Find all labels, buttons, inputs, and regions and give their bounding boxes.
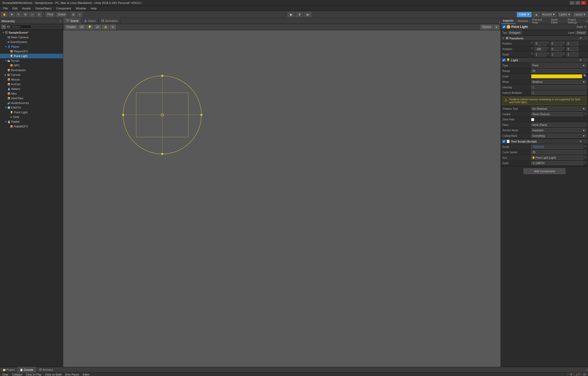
hierarchy-item-rabbit[interactable]: ▼ 🐰 Rabbit (0, 119, 63, 124)
warning-badge[interactable]: ⚠ 7 (574, 373, 581, 376)
tab-sprite-editor[interactable]: Sprite Editor (549, 18, 566, 24)
script-more[interactable]: ⋮ (584, 140, 586, 143)
intensity-input[interactable] (531, 85, 586, 89)
test-script-header[interactable]: 📄 Test Script (Script) ⚙ ⋮ (501, 139, 588, 144)
hierarchy-item-invcart[interactable]: 📦 InvCart (0, 82, 63, 87)
script-pick[interactable]: ⊙ (584, 145, 586, 149)
pause-button[interactable]: ⏸ (296, 12, 303, 17)
layout-dropdown[interactable]: Layout ▼ (573, 12, 587, 17)
hierarchy-item-npc[interactable]: 📦 NPC (0, 63, 63, 68)
bottom-panel-menu[interactable]: ≡ (586, 368, 588, 371)
cloud-button[interactable]: ☁ (533, 12, 539, 17)
menu-gameobject[interactable]: GameObject (33, 7, 54, 10)
scene-viewport[interactable] (63, 30, 501, 367)
account-dropdown[interactable]: Account ▼ (541, 12, 556, 17)
light-more[interactable]: ⋮ (584, 59, 586, 61)
hierarchy-item-point-light-earth[interactable]: 💡 Point Light (0, 110, 63, 115)
cookie-pick[interactable]: ⊙ (584, 112, 586, 116)
tab-project-settings[interactable]: Project Settings (566, 18, 586, 24)
menu-window[interactable]: Window (74, 7, 88, 10)
editor-dropdown[interactable]: Editor (82, 373, 91, 376)
clear-button[interactable]: Clear (1, 373, 9, 376)
hierarchy-item-dark-tiles[interactable]: 📦 DarkTiles (0, 96, 63, 101)
position-x[interactable] (535, 41, 547, 46)
hierarchy-item-main-camera[interactable]: 📷 Main Camera (0, 35, 63, 40)
window-controls[interactable]: ─ □ ✕ (570, 1, 586, 5)
light-header[interactable]: 💡 Light ⚙ ⋮ (501, 58, 588, 63)
scale-tool[interactable]: ⊞ (22, 12, 28, 17)
scale-z[interactable] (567, 52, 578, 57)
color-swatch[interactable] (531, 74, 582, 78)
collab-button[interactable]: Collab ▼ (517, 12, 532, 17)
hierarchy-menu[interactable]: ≡ (60, 20, 61, 23)
hierarchy-item-rabbit-gfx[interactable]: 📦 RabbitGFX (0, 124, 63, 129)
transform-more[interactable]: ⋮ (584, 37, 586, 40)
play-button[interactable]: ▶ (287, 12, 295, 17)
light-settings[interactable]: ⚙ (579, 59, 582, 61)
earth-ref[interactable]: EARTH (531, 161, 583, 165)
error-pause-button[interactable]: Error Pause (64, 373, 80, 376)
script-ref[interactable]: TestScript (531, 145, 583, 149)
gizmos-button[interactable]: Gizmos (481, 25, 493, 29)
hierarchy-item-event-system[interactable]: ⚙ EventSystem (0, 40, 63, 44)
draw-halo-checkbox[interactable] (531, 118, 534, 121)
layers-dropdown[interactable]: Layers ▼ (558, 12, 572, 17)
hierarchy-item-boundaries[interactable]: 📦 Boundaries (0, 68, 63, 72)
hierarchy-item-mouse[interactable]: 📦 Mouse (0, 77, 63, 82)
hierarchy-search[interactable] (11, 25, 32, 29)
menu-component[interactable]: Component (54, 7, 73, 10)
cookie-ref[interactable]: None (Texture) (531, 112, 583, 116)
global-button[interactable]: Global (56, 12, 67, 17)
render-mode-dropdown[interactable]: Important ▼ (531, 128, 586, 132)
hierarchy-item-player[interactable]: ▼ 👤 Player (0, 44, 63, 49)
shaded-button[interactable]: Shaded (65, 25, 77, 29)
hierarchy-item-canvas[interactable]: ▶ 🖼 Canvas (0, 72, 63, 77)
toggle-player[interactable]: ▼ (5, 45, 7, 48)
hierarchy-item-player-gfx[interactable]: 📦 PlayerGFX (0, 49, 63, 54)
step-button[interactable]: ⏭ (304, 12, 311, 17)
layer-dropdown[interactable]: Default (575, 31, 586, 35)
maximize-button[interactable]: □ (575, 1, 580, 5)
add-object-button[interactable]: + (2, 25, 6, 29)
inspector-menu[interactable]: ≡ (586, 20, 588, 23)
position-y[interactable] (551, 41, 562, 46)
hierarchy-item-point-light-player[interactable]: 💡 Point Light (0, 54, 63, 58)
transform-toggle[interactable]: ▼ (502, 37, 505, 40)
move-tool[interactable]: ✥ (9, 12, 15, 17)
menu-help[interactable]: Help (88, 7, 99, 10)
clear-on-play-button[interactable]: Clear on Play (25, 373, 43, 376)
toggle-terrain[interactable]: ▼ (5, 59, 7, 62)
hierarchy-item-sun[interactable]: ☀ SUN (0, 115, 63, 119)
menu-file[interactable]: File (1, 7, 10, 10)
rotation-y[interactable] (551, 47, 562, 51)
error-badge[interactable]: ✕ 0 (567, 373, 573, 376)
rect-tool[interactable]: ▭ (29, 12, 35, 17)
tab-scene[interactable]: 🎬 Scene (63, 18, 81, 24)
toggle-sample-scene[interactable]: ▼ (2, 31, 5, 34)
transform-tool[interactable]: ⊡ (36, 12, 42, 17)
tab-console[interactable]: 📋 Console (17, 367, 36, 373)
minimize-button[interactable]: ─ (570, 1, 574, 5)
menu-assets[interactable]: Assets (20, 7, 33, 10)
layers-icon-btn[interactable]: ≡ (77, 12, 82, 17)
tab-animation[interactable]: 🎞 Animation (99, 18, 121, 24)
tag-dropdown[interactable]: Untagged (508, 31, 521, 35)
scene-settings-button[interactable]: ⚙ (110, 25, 116, 29)
light-enabled[interactable] (502, 59, 505, 61)
flare-ref[interactable]: None (Flare) (531, 123, 586, 127)
cycle-speed-input[interactable] (531, 150, 586, 154)
range-input[interactable] (531, 69, 586, 73)
color-eyedropper[interactable]: 🔍 (583, 74, 586, 78)
position-z[interactable] (567, 41, 578, 46)
hierarchy-item-sample-scene[interactable]: ▼ 🎬 SampleScene* (0, 30, 63, 35)
sun-ref[interactable]: Point Light (Light) (531, 156, 583, 160)
2d-button[interactable]: 2D (78, 25, 85, 29)
tab-grid-snap[interactable]: Grid and Snap (530, 18, 549, 24)
tab-animator[interactable]: 🎬 Animator (36, 367, 56, 373)
a-button[interactable]: a (494, 25, 499, 29)
transform-settings[interactable]: ⚙ (579, 37, 582, 40)
tab-services[interactable]: Services (516, 18, 530, 24)
scale-x[interactable] (535, 52, 547, 57)
toggle-earth[interactable]: ▼ (5, 106, 7, 109)
scale-y[interactable] (551, 52, 562, 57)
